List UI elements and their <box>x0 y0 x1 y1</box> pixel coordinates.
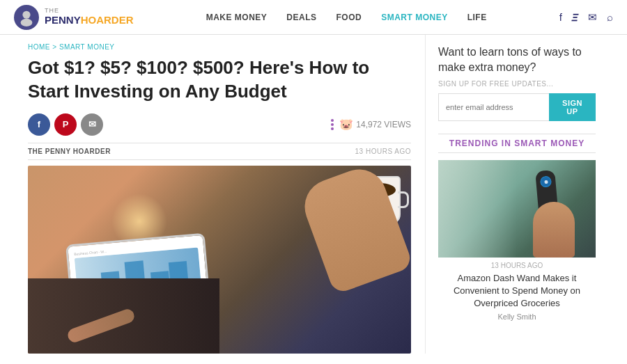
nav-smart-money[interactable]: SMART MONEY <box>381 13 448 22</box>
facebook-nav-icon[interactable]: f <box>559 11 562 23</box>
nav-food[interactable]: FOOD <box>336 13 362 22</box>
trending-card-image <box>438 160 596 258</box>
nav-life[interactable]: LIFE <box>467 13 487 22</box>
social-bar: f P ✉ 🐷 14,972 VIEWS <box>28 113 411 136</box>
trending-title: TRENDING IN SMART MONEY <box>438 134 596 153</box>
email-input[interactable] <box>438 93 549 121</box>
signup-text: Want to learn tons of ways to make extra… <box>438 45 596 76</box>
social-nav-icons: f 𝞝 ✉ ⌕ <box>559 11 613 24</box>
trending-card[interactable]: 13 HOURS AGO Amazon Dash Wand Makes it C… <box>438 160 596 322</box>
trending-card-time: 13 HOURS AGO <box>438 262 596 269</box>
share-icons: f P ✉ <box>28 113 103 136</box>
logo[interactable]: The PENNY HOARDER <box>14 5 134 30</box>
trending-card-author: Kelly Smith <box>438 312 596 321</box>
logo-icon <box>17 8 36 26</box>
logo-avatar <box>14 5 39 30</box>
pinterest-share-button[interactable]: P <box>54 113 77 136</box>
nav-make-money[interactable]: MAKE MONEY <box>206 13 268 22</box>
trending-section: TRENDING IN SMART MONEY 13 <box>438 134 596 322</box>
logo-text: The PENNY HOARDER <box>45 8 134 26</box>
views-number: 14,972 VIEWS <box>356 120 411 129</box>
article-hero-image: Business Chart - W... <box>28 166 411 354</box>
piggy-bank-icon: 🐷 <box>339 118 353 131</box>
email-nav-icon[interactable]: ✉ <box>588 11 597 24</box>
pinterest-nav-icon[interactable]: 𝞝 <box>572 11 578 24</box>
signup-sub: SIGN UP FOR FREE UPDATES... <box>438 80 596 88</box>
svg-point-0 <box>22 10 30 18</box>
article-author: THE PENNY HOARDER <box>28 148 111 155</box>
search-nav-icon[interactable]: ⌕ <box>607 11 613 23</box>
svg-point-1 <box>21 18 33 26</box>
remote-button-icon <box>540 175 552 187</box>
content-wrapper: HOME > SMART MONEY Got $1? $5? $100? $50… <box>0 35 627 354</box>
views-count-area: 🐷 14,972 VIEWS <box>331 118 411 131</box>
sidebar: Want to learn tons of ways to make extra… <box>425 35 610 354</box>
site-header: The PENNY HOARDER MAKE MONEY DEALS FOOD … <box>0 0 627 35</box>
article-title: Got $1? $5? $100? $500? Here's How to St… <box>28 56 411 104</box>
trending-card-title[interactable]: Amazon Dash Wand Makes it Convenient to … <box>438 272 596 310</box>
nav-deals[interactable]: DEALS <box>286 13 316 22</box>
logo-hoarder-label: HOARDER <box>81 15 134 26</box>
main-content: HOME > SMART MONEY Got $1? $5? $100? $50… <box>0 35 425 354</box>
breadcrumb-link[interactable]: HOME > SMART MONEY <box>28 43 114 51</box>
signup-button[interactable]: SIGN UP <box>549 93 596 121</box>
logo-penny-label: PENNY <box>45 15 81 26</box>
views-dots-icon <box>331 119 334 130</box>
signup-form: SIGN UP <box>438 93 596 121</box>
breadcrumb: HOME > SMART MONEY <box>28 43 411 51</box>
article-meta: THE PENNY HOARDER 13 HOURS AGO <box>28 143 411 160</box>
hand-holding-illustration <box>533 202 575 258</box>
email-share-button[interactable]: ✉ <box>81 113 103 136</box>
main-nav: MAKE MONEY DEALS FOOD SMART MONEY LIFE <box>206 13 487 22</box>
article-time: 13 HOURS AGO <box>355 148 411 155</box>
signup-section: Want to learn tons of ways to make extra… <box>438 45 596 121</box>
facebook-share-button[interactable]: f <box>28 113 50 136</box>
